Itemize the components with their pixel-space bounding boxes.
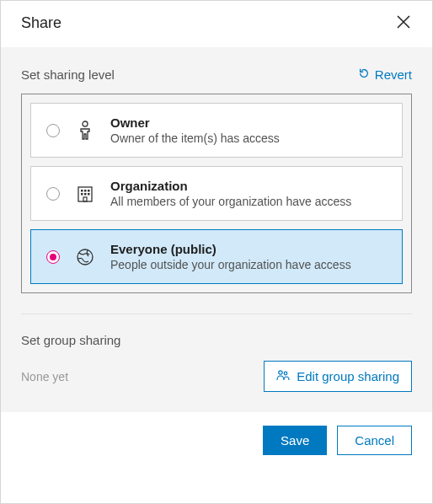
svg-rect-8 [83, 197, 87, 201]
group-sharing-row: None yet Edit group sharing [21, 361, 412, 392]
sharing-level-options: Owner Owner of the item(s) has access Or… [21, 94, 412, 293]
dialog-footer: Save Cancel [1, 412, 432, 469]
option-owner[interactable]: Owner Owner of the item(s) has access [30, 103, 403, 158]
option-everyone-desc: People outside your organization have ac… [110, 258, 387, 271]
revert-button[interactable]: Revert [358, 67, 412, 82]
radio-owner [46, 124, 60, 137]
option-owner-text: Owner Owner of the item(s) has access [110, 115, 387, 145]
close-icon [396, 14, 411, 32]
option-organization-text: Organization All members of your organiz… [110, 179, 387, 208]
group-sharing-none: None yet [21, 370, 68, 383]
option-organization-title: Organization [110, 179, 387, 193]
edit-group-sharing-button[interactable]: Edit group sharing [264, 361, 412, 392]
save-button[interactable]: Save [263, 426, 327, 455]
svg-point-0 [83, 121, 88, 126]
svg-rect-3 [84, 190, 87, 192]
option-owner-title: Owner [110, 115, 387, 130]
svg-rect-7 [88, 193, 90, 196]
svg-rect-6 [84, 193, 87, 196]
svg-rect-5 [81, 193, 83, 196]
dialog-body: Set sharing level Revert Owner Owner of … [1, 47, 432, 412]
owner-icon [75, 121, 95, 141]
svg-point-9 [78, 249, 93, 265]
option-everyone[interactable]: Everyone (public) People outside your or… [30, 229, 403, 284]
group-icon [276, 368, 290, 384]
radio-organization [46, 187, 60, 201]
option-organization-desc: All members of your organization have ac… [110, 195, 387, 208]
svg-point-11 [284, 372, 287, 375]
option-everyone-title: Everyone (public) [110, 242, 387, 256]
group-sharing-title: Set group sharing [21, 333, 412, 347]
svg-point-10 [279, 371, 282, 374]
revert-icon [358, 67, 370, 82]
organization-icon [75, 184, 95, 204]
edit-group-sharing-label: Edit group sharing [297, 369, 399, 383]
cancel-button[interactable]: Cancel [337, 426, 412, 455]
divider [21, 314, 412, 314]
svg-rect-2 [81, 190, 83, 192]
globe-icon [75, 247, 95, 267]
revert-label: Revert [375, 67, 412, 82]
close-button[interactable] [395, 15, 412, 32]
option-owner-desc: Owner of the item(s) has access [110, 131, 387, 145]
option-organization[interactable]: Organization All members of your organiz… [30, 166, 403, 221]
svg-rect-4 [88, 190, 90, 192]
radio-everyone [46, 250, 60, 264]
sharing-level-head: Set sharing level Revert [21, 67, 412, 82]
dialog-title: Share [21, 14, 61, 32]
option-everyone-text: Everyone (public) People outside your or… [110, 242, 387, 271]
dialog-header: Share [1, 1, 432, 47]
sharing-level-title: Set sharing level [21, 67, 115, 82]
